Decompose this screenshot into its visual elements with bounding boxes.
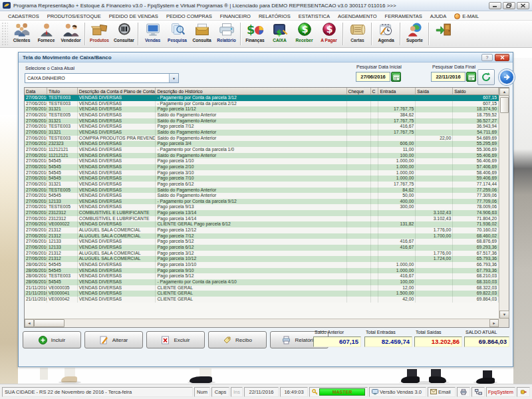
table-row[interactable]: 21/11/2016VE000035VENDAS DIVERSASCLIENTE… bbox=[25, 285, 499, 291]
table-row[interactable]: 27/06/201631321VENDAS DIVERSASPago parce… bbox=[25, 106, 499, 112]
table-row[interactable]: 27/06/2016TESTE005VENDAS DIVERSASSaldo d… bbox=[25, 188, 499, 194]
table-cell: - Pagamento por Conta da parcela 9/12 bbox=[156, 199, 346, 205]
vscroll-thumb[interactable] bbox=[500, 97, 509, 113]
table-row[interactable]: 28/06/201654545VENDAS DIVERSASPago parce… bbox=[25, 268, 499, 274]
table-row[interactable]: 27/06/2016232323VENDAS DIVERSASPago parc… bbox=[25, 141, 499, 147]
alterar-button[interactable]: Alterar bbox=[84, 331, 143, 348]
toolbar-fornece[interactable]: Fornece bbox=[34, 22, 59, 46]
table-row[interactable]: 27/06/201631321VENDAS DIVERSASSaldo do P… bbox=[25, 130, 499, 136]
toolbar-apagar[interactable]: $ A Pagar bbox=[317, 22, 341, 46]
menu-item-relat-rios[interactable]: RELATÓRIOS bbox=[255, 13, 295, 19]
calendar-picker-final[interactable] bbox=[466, 72, 476, 82]
toolbar-vendedor[interactable]: Vendedor bbox=[59, 22, 83, 46]
table-row[interactable]: 21/11/2016VE000042VENDAS DIVERSASCLIENTE… bbox=[25, 297, 499, 303]
table-row[interactable]: 27/06/2016TESTE003VENDAS DIVERSAS- Pagam… bbox=[25, 101, 499, 107]
table-row[interactable]: 27/06/201654545VENDAS DIVERSASSaldo do P… bbox=[25, 193, 499, 199]
scroll-down-icon[interactable]: ▼ bbox=[499, 311, 509, 319]
table-row[interactable]: 21/11/2016VE000041VENDAS DIVERSASCLIENTE… bbox=[25, 291, 499, 297]
table-row[interactable]: 27/06/201654545VENDAS DIVERSASPago parce… bbox=[25, 158, 499, 164]
menu-item-financeiro[interactable]: FINANCEIRO bbox=[216, 13, 255, 19]
toolbar-vendas[interactable]: Vendas bbox=[140, 22, 165, 46]
help-button[interactable]: ? bbox=[481, 54, 493, 61]
menu-item-ferramentas[interactable]: FERRAMENTAS bbox=[381, 13, 426, 19]
table-row[interactable]: 28/06/2016TESTE003VENDAS DIVERSASPago pa… bbox=[25, 273, 499, 279]
status-email[interactable]: Email bbox=[428, 387, 456, 397]
table-row[interactable]: 28/06/201654545VENDAS DIVERSASPago parce… bbox=[25, 262, 499, 268]
table-row[interactable]: 27/06/201631321VENDAS DIVERSASSaldo do P… bbox=[25, 118, 499, 124]
table-row[interactable]: 27/06/201621312ALUGUEL SALA COMERCIALPag… bbox=[25, 233, 499, 239]
table-cell: 27/06/2016 bbox=[25, 112, 47, 118]
table-row[interactable]: 27/06/201611212121VENDAS DIVERSASSaldo d… bbox=[25, 153, 499, 159]
date-final-input[interactable]: 22/11/2016 bbox=[431, 72, 466, 82]
table-cell: 55.295,69 bbox=[453, 141, 499, 147]
table-row[interactable]: 27/06/201654545VENDAS DIVERSASPago parce… bbox=[25, 164, 499, 170]
toolbar-cartas[interactable]: Cartas bbox=[345, 22, 370, 46]
menu-item-produtos-estoque[interactable]: PRODUTOS/ESTOQUE bbox=[43, 13, 105, 19]
toolbar-consultar[interactable]: Consultar bbox=[112, 22, 136, 46]
menu-item-ajuda[interactable]: AJUDA bbox=[426, 13, 451, 19]
menu-item-pedido-compras[interactable]: PEDIDO COMPRAS bbox=[162, 13, 216, 19]
calendar-picker-initial[interactable] bbox=[391, 72, 401, 82]
toolbar-consulta[interactable]: Consulta bbox=[190, 22, 214, 46]
toolbar-clientes[interactable]: Clientes bbox=[9, 22, 34, 46]
toolbar-produtos[interactable]: Produtos bbox=[87, 22, 112, 46]
toolbar-agenda[interactable]: Agenda bbox=[374, 22, 398, 46]
toolbar-receber[interactable]: $ Receber bbox=[292, 22, 317, 46]
table-cell: VENDAS DIVERSAS bbox=[78, 221, 156, 227]
date-initial-input[interactable]: 27/06/2016 bbox=[356, 72, 390, 82]
go-button[interactable] bbox=[499, 69, 515, 85]
menu-item-estatistica[interactable]: ESTATISTICA bbox=[295, 13, 334, 19]
menu-item-cadastros[interactable]: CADASTROS bbox=[4, 13, 43, 19]
incluir-button[interactable]: Incluir bbox=[23, 331, 81, 348]
menu-item-e-mail[interactable]: E-MAIL bbox=[450, 13, 483, 19]
table-row[interactable]: 27/06/2016VE000022VENDAS DIVERSASCLIENTE… bbox=[25, 221, 499, 227]
scroll-left-icon[interactable]: ◄ bbox=[25, 319, 34, 327]
vertical-scrollbar[interactable]: ▲ ▼ bbox=[499, 88, 509, 319]
recibo-button[interactable]: Recibo bbox=[208, 331, 267, 348]
status-network[interactable] bbox=[471, 387, 485, 397]
menu-item-pedido-de-vendas[interactable]: PEDIDO DE VENDAS bbox=[105, 13, 162, 19]
toolbar-financas[interactable]: $ Finanças bbox=[243, 22, 267, 46]
toolbar-suporte[interactable]: Suporte bbox=[402, 22, 427, 46]
table-cell: 27/06/2016 bbox=[25, 106, 47, 112]
toolbar-sair[interactable] bbox=[431, 22, 456, 46]
table-row[interactable]: 28/06/201654545VENDAS DIVERSAS- Pagament… bbox=[25, 279, 499, 285]
status-printer[interactable] bbox=[457, 387, 470, 397]
close-panel-button[interactable] bbox=[495, 54, 509, 61]
table-row[interactable]: 27/06/201621312ALUGUEL SALA COMERCIALPag… bbox=[25, 227, 499, 233]
table-row[interactable]: 27/06/2016TESTE005VENDAS DIVERSASPago pa… bbox=[25, 204, 499, 210]
restore-button[interactable] bbox=[503, 2, 515, 9]
table-row[interactable]: 27/06/201621312ALUGUEL SALA COMERCIALPag… bbox=[25, 251, 499, 257]
caixa-window-titlebar[interactable]: Tela do Movimento de Caixa/Banco ? bbox=[19, 53, 513, 63]
table-row[interactable]: 27/06/201631321VENDAS DIVERSASPago parce… bbox=[25, 182, 499, 188]
hscroll-thumb[interactable] bbox=[34, 319, 65, 327]
table-row[interactable]: 27/06/201612133VENDAS DIVERSASPago parce… bbox=[25, 239, 499, 245]
table-cell bbox=[416, 112, 453, 118]
table-row[interactable]: 27/06/201654545VENDAS DIVERSASPago parce… bbox=[25, 170, 499, 176]
toolbar-pesquisa[interactable]: Pesquisa bbox=[165, 22, 190, 46]
chevron-down-icon[interactable]: ▼ bbox=[169, 74, 178, 82]
table-row[interactable]: 27/06/201611212121VENDAS DIVERSAS- Pagam… bbox=[25, 147, 499, 153]
horizontal-scrollbar[interactable]: ◄ ► bbox=[25, 319, 499, 327]
table-row[interactable]: 27/06/2016TESTE003VENDAS DIVERSASPago pa… bbox=[25, 124, 499, 130]
scroll-up-icon[interactable]: ▲ bbox=[499, 88, 509, 96]
table-row[interactable]: 27/06/2016TESTE003VENDAS DIVERSAS- Pagam… bbox=[25, 95, 499, 101]
table-cell: Pago parcela 11/12 bbox=[156, 106, 346, 112]
table-row[interactable]: 27/06/2016TESTE003COMPRA PRODUTOS PRA RE… bbox=[25, 136, 499, 142]
table-row[interactable]: 27/06/201654545VENDAS DIVERSASPago parce… bbox=[25, 176, 499, 182]
table-row[interactable]: 27/06/2016TESTE005VENDAS DIVERSASSaldo d… bbox=[25, 112, 499, 118]
table-row[interactable]: 27/06/201621312ALUGUEL SALA COMERCIALPag… bbox=[25, 256, 499, 262]
toolbar-caixa[interactable]: $ CAIXA bbox=[267, 22, 292, 46]
minimize-button[interactable] bbox=[489, 2, 501, 9]
scroll-right-icon[interactable]: ► bbox=[489, 319, 499, 327]
menu-item-agendamento[interactable]: AGENDAMENTO bbox=[334, 13, 381, 19]
table-row[interactable]: 27/06/201612133VENDAS DIVERSAS- Pagament… bbox=[25, 199, 499, 205]
table-row[interactable]: 27/06/201612133VENDAS DIVERSASPago parce… bbox=[25, 245, 499, 251]
table-row[interactable]: 27/06/20162312312COMBUSTÍVEL E LUBRIFICA… bbox=[25, 216, 499, 222]
excluir-button[interactable]: Excluir bbox=[146, 331, 205, 348]
refresh-button[interactable] bbox=[477, 69, 495, 85]
table-row[interactable]: 27/06/20162312312COMBUSTÍVEL E LUBRIFICA… bbox=[25, 210, 499, 216]
close-window-button[interactable] bbox=[517, 2, 529, 9]
caixa-select[interactable]: CAIXA DINHEIRO ▼ bbox=[25, 73, 179, 83]
toolbar-relatorio[interactable]: Relatório bbox=[214, 22, 239, 46]
